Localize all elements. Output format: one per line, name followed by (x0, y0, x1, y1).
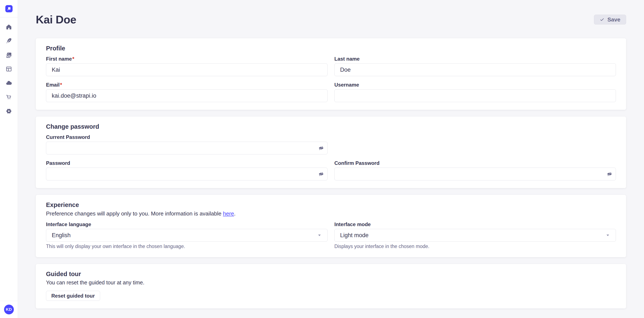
interface-mode-hint: Displays your interface in the chosen mo… (334, 243, 616, 250)
sidebar: KD (0, 0, 18, 318)
interface-language-field-group: Interface language English This will onl… (46, 221, 328, 250)
guided-tour-heading: Guided tour (46, 270, 616, 278)
interface-mode-field-group: Interface mode Light mode Displays your … (334, 221, 616, 250)
sidebar-footer: KD (0, 301, 18, 318)
layout-icon (6, 66, 12, 72)
home-icon (6, 24, 12, 30)
interface-mode-select[interactable]: Light mode (334, 229, 616, 242)
last-name-label: Last name (334, 56, 616, 62)
email-label-text: Email (46, 82, 60, 88)
eye-off-icon (606, 171, 613, 177)
profile-fields: First name* Last name Email* Username (46, 56, 616, 102)
save-button-label: Save (607, 16, 620, 23)
interface-language-hint: This will only display your own interfac… (46, 243, 328, 250)
sidebar-item-home[interactable] (4, 22, 14, 31)
more-information-link[interactable]: here (223, 210, 234, 217)
settings-content: Profile First name* Last name Email* Use… (18, 26, 644, 309)
username-field-group: Username (334, 82, 616, 102)
first-name-input[interactable] (46, 63, 328, 76)
sidebar-item-marketplace[interactable] (4, 92, 14, 102)
sidebar-nav (4, 17, 14, 301)
confirm-password-field-group: Confirm Password (334, 160, 616, 180)
experience-card: Experience Preference changes will apply… (36, 195, 626, 257)
password-label: Password (46, 160, 328, 166)
eye-off-icon (318, 171, 324, 177)
profile-heading: Profile (46, 45, 616, 52)
email-input[interactable] (46, 89, 328, 102)
current-password-input-wrap (46, 142, 328, 155)
first-name-field-group: First name* (46, 56, 328, 76)
change-password-heading: Change password (46, 123, 616, 130)
username-label: Username (334, 82, 616, 88)
password-input-wrap (46, 168, 328, 180)
username-input[interactable] (334, 89, 616, 102)
profile-card: Profile First name* Last name Email* Use… (36, 38, 626, 110)
experience-description-text: Preference changes will apply only to yo… (46, 210, 223, 217)
confirm-password-input-wrap (334, 168, 616, 180)
feather-icon (6, 38, 12, 44)
experience-description: Preference changes will apply only to yo… (46, 210, 616, 217)
experience-fields: Interface language English This will onl… (46, 221, 616, 250)
change-password-fields: Current Password Pass (46, 134, 616, 180)
first-name-label: First name* (46, 56, 328, 62)
toggle-password-visibility-button[interactable] (316, 169, 326, 179)
save-button[interactable]: Save (594, 15, 626, 24)
email-label: Email* (46, 82, 328, 88)
last-name-field-group: Last name (334, 56, 616, 76)
current-password-input[interactable] (46, 142, 328, 155)
experience-description-suffix: . (234, 210, 236, 217)
strapi-logo-icon (5, 5, 12, 12)
images-icon (6, 52, 12, 58)
required-mark: * (72, 56, 74, 62)
interface-mode-value: Light mode (340, 232, 369, 239)
sidebar-item-content-manager[interactable] (4, 36, 14, 45)
required-mark: * (60, 82, 62, 88)
main-content: Kai Doe Save Profile First name* Last na… (18, 0, 644, 318)
sidebar-item-media-library[interactable] (4, 50, 14, 60)
interface-language-select[interactable]: English (46, 229, 328, 242)
guided-tour-description: You can reset the guided tour at any tim… (46, 279, 616, 286)
reset-guided-tour-button[interactable]: Reset guided tour (46, 291, 100, 301)
current-password-field-group: Current Password (46, 134, 328, 155)
page-header: Kai Doe Save (18, 0, 644, 26)
eye-off-icon (318, 145, 324, 151)
interface-language-value: English (52, 232, 71, 239)
strapi-logo[interactable] (5, 5, 12, 12)
check-icon (600, 17, 604, 22)
first-name-label-text: First name (46, 56, 72, 62)
interface-language-label: Interface language (46, 221, 328, 228)
cart-icon (6, 94, 12, 100)
sidebar-item-settings[interactable] (4, 106, 14, 116)
confirm-password-input[interactable] (334, 168, 616, 180)
sidebar-item-content-type-builder[interactable] (4, 64, 14, 74)
user-avatar[interactable]: KD (4, 305, 14, 315)
email-field-group: Email* (46, 82, 328, 102)
chevron-down-icon (606, 233, 610, 238)
spacer-cell (334, 134, 616, 155)
chevron-down-icon (317, 233, 322, 238)
last-name-input[interactable] (334, 63, 616, 76)
confirm-password-label: Confirm Password (334, 160, 616, 166)
change-password-card: Change password Current Password (36, 117, 626, 188)
password-field-group: Password (46, 160, 328, 180)
page-title: Kai Doe (36, 13, 76, 26)
toggle-confirm-password-visibility-button[interactable] (605, 169, 614, 179)
password-input[interactable] (46, 168, 328, 180)
toggle-current-password-visibility-button[interactable] (316, 143, 326, 153)
guided-tour-card: Guided tour You can reset the guided tou… (36, 264, 626, 309)
logo-container (0, 0, 18, 17)
gear-icon (6, 108, 12, 114)
interface-mode-label: Interface mode (334, 221, 616, 228)
experience-heading: Experience (46, 201, 616, 208)
current-password-label: Current Password (46, 134, 328, 140)
cloud-icon (6, 80, 12, 86)
sidebar-item-deploy[interactable] (4, 78, 14, 88)
